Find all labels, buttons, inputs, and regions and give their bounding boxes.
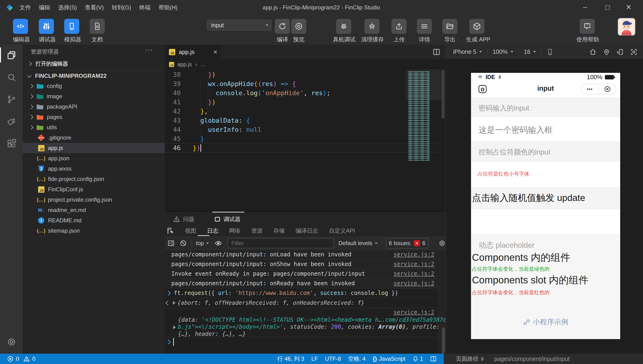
encoding-indicator[interactable]: UTF-8 <box>325 356 341 362</box>
red-hint-input[interactable]: 占位符字体会变化，当前是红色的 <box>472 289 550 296</box>
tree-file-readme[interactable]: i README.md <box>23 215 165 226</box>
menu-terminal[interactable]: 终端 <box>139 4 151 11</box>
inspect-icon[interactable] <box>167 227 174 234</box>
subtab-storage[interactable]: 存储 <box>273 227 285 234</box>
errors-icon[interactable] <box>7 356 14 362</box>
tree-file-sitemap[interactable]: {…} sitemap.json <box>23 226 165 236</box>
capsule-more-icon[interactable]: ••• <box>581 86 598 92</box>
console-response-row[interactable]: service.js:2 {data: '<!DOCTYPE html><\!-… <box>165 308 438 337</box>
tab-debugger[interactable]: 调试器 <box>214 214 241 224</box>
update-trigger-input[interactable]: 点击输入随机值触发 update <box>472 192 585 204</box>
help-button[interactable]: ? 使用帮助 <box>580 19 595 43</box>
expand-triangle-icon[interactable] <box>173 301 175 305</box>
console-result-row[interactable]: {abort: f, offHeadersReceived: f, onHead… <box>165 298 438 308</box>
more-actions-icon[interactable]: ··· <box>145 46 153 54</box>
miniapp-example-link[interactable]: 小程序示例 <box>471 317 620 327</box>
password-input[interactable]: 这是一个密码输入框 <box>479 124 553 136</box>
export-button[interactable]: 导出 <box>442 19 457 43</box>
docs-mode-button[interactable]: 文档 <box>90 19 105 43</box>
menu-file[interactable]: 文件 <box>20 4 31 11</box>
compile-button[interactable]: 编译 <box>275 19 290 43</box>
extensions-icon[interactable] <box>7 139 17 148</box>
breadcrumb-file[interactable]: app.js <box>177 61 192 68</box>
editor-mode-button[interactable]: </> 编辑器 <box>13 19 28 43</box>
debugger-mode-button[interactable]: 调试器 <box>39 19 54 43</box>
tree-file-gitignore[interactable]: .gitignore <box>23 132 165 143</box>
eye-icon[interactable] <box>215 240 222 247</box>
layout-icon[interactable] <box>430 356 437 362</box>
tree-file-appjson[interactable]: {…} app.json <box>23 153 165 164</box>
avatar[interactable] <box>617 18 635 36</box>
source-link[interactable]: service.js:2 <box>394 309 434 316</box>
tree-folder-config[interactable]: config <box>23 81 165 91</box>
dynamic-placeholder-input[interactable]: 动态 placeholder <box>479 240 535 250</box>
cursor-position[interactable]: 行 46, 列 3 <box>277 355 304 362</box>
source-link[interactable]: service.js:2 <box>394 261 434 268</box>
zoom-selector[interactable]: 100% <box>493 48 513 55</box>
breadcrumb-more[interactable]: … <box>200 61 206 68</box>
console-prompt[interactable] <box>165 337 438 354</box>
tab-problems[interactable]: 问题 <box>173 214 194 224</box>
levels-selector[interactable]: Default levels <box>339 240 378 246</box>
tree-file-appjs[interactable]: JS app.js <box>23 143 165 153</box>
minimize-button[interactable]: – <box>579 0 591 15</box>
tree-folder-utils[interactable]: utils <box>23 122 165 132</box>
tree-folder-packageapi[interactable]: packageAPI <box>23 102 165 112</box>
dock-panel-icon[interactable] <box>167 240 174 247</box>
log-row[interactable]: pages/component/input/input: onShow have… <box>165 260 438 269</box>
context-selector[interactable]: top <box>196 240 209 246</box>
source-link[interactable]: service.js:2 <box>394 270 434 277</box>
console-settings-gear-icon[interactable] <box>438 240 446 247</box>
preview-button[interactable]: 预览 <box>291 19 306 43</box>
tree-folder-pages[interactable]: pages <box>23 112 165 122</box>
subtab-custom-api[interactable]: 自定义API <box>329 227 355 234</box>
menu-edit[interactable]: 编辑 <box>39 4 50 11</box>
menu-selection[interactable]: 选择(S) <box>58 4 77 11</box>
green-hint-input[interactable]: 占位符字体会变化，当前是绿色的 <box>472 266 550 272</box>
log-row[interactable]: pages/component/input/input: onReady hav… <box>165 279 438 288</box>
issues-counter[interactable]: 6 Issues: ✕ 6 <box>386 238 428 248</box>
clear-console-icon[interactable] <box>180 240 187 247</box>
tree-file-privateconfig[interactable]: {…} project.private.config.json <box>23 194 165 205</box>
api-tools-icon[interactable] <box>7 116 17 126</box>
breadcrumb[interactable]: JS app.js › … <box>165 59 446 70</box>
editor-scrollbar[interactable] <box>441 70 445 119</box>
minimap[interactable] <box>406 70 441 212</box>
subtab-network[interactable]: 网络 <box>229 227 241 234</box>
close-button[interactable]: × <box>623 0 634 15</box>
console-scrollbar[interactable] <box>442 327 445 354</box>
maximize-button[interactable]: □ <box>602 0 613 15</box>
explorer-icon[interactable] <box>7 50 17 60</box>
eol-indicator[interactable]: LF <box>311 356 318 362</box>
tree-file-appwxss[interactable]: 3 app.wxss <box>23 164 165 174</box>
subtab-view[interactable]: 视图 <box>185 227 196 234</box>
generate-app-button[interactable]: 生成 APP <box>469 19 484 43</box>
tab-close-icon[interactable]: × <box>213 48 218 56</box>
bell-icon[interactable] <box>412 356 418 362</box>
language-indicator[interactable]: JavaScript <box>379 356 405 362</box>
tab-appjs[interactable]: JS app.js × <box>165 45 221 59</box>
details-button[interactable]: 详情 <box>417 19 432 43</box>
home-icon[interactable] <box>589 48 597 56</box>
source-link[interactable]: service.js:2 <box>394 280 434 287</box>
menu-help[interactable]: 帮助(H) <box>159 4 178 11</box>
indent-indicator[interactable]: 空格: 4 <box>348 355 366 362</box>
device-selector[interactable]: iPhone 5 <box>453 48 482 55</box>
log-row[interactable]: Invoke event onReady in page: pages/comp… <box>165 269 438 279</box>
source-link[interactable]: service.js:2 <box>394 251 434 258</box>
search-icon[interactable] <box>7 72 17 82</box>
device-debug-button[interactable]: 真机调试 <box>336 19 351 43</box>
clear-cache-button[interactable]: 清理缓存 <box>364 19 379 43</box>
scan-frame-icon[interactable] <box>630 48 637 56</box>
device-frame-icon[interactable] <box>547 48 554 56</box>
rotate-device-icon[interactable] <box>616 48 624 56</box>
subtab-resources[interactable]: 资源 <box>251 227 263 234</box>
location-pin-icon[interactable] <box>603 48 610 56</box>
menu-goto[interactable]: 转到(G) <box>112 4 131 11</box>
warnings-icon[interactable] <box>23 356 30 362</box>
project-root[interactable]: FINCLIP-MINIPROGRAM22 <box>23 70 165 82</box>
page-select[interactable]: input <box>207 20 272 30</box>
tree-file-fideconfig[interactable]: {…} fide.project.config.json <box>23 174 165 184</box>
sort-arrows-icon[interactable] <box>481 357 484 361</box>
page-path-value[interactable]: pages/component/input/input <box>494 356 570 362</box>
